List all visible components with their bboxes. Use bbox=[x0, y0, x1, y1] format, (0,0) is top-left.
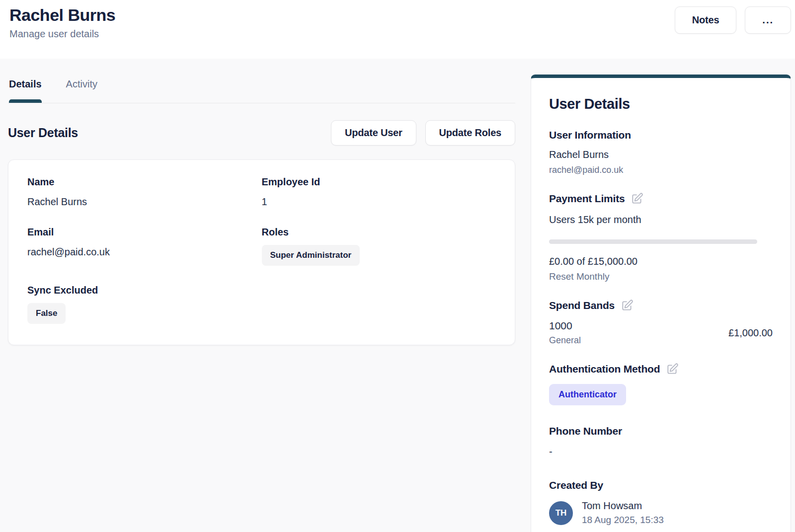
payment-limits-heading: Payment Limits bbox=[549, 193, 625, 205]
authentication-heading: Authentication Method bbox=[549, 363, 660, 375]
field-employee-id: Employee Id 1 bbox=[262, 176, 496, 208]
spend-bands-section: Spend Bands 1000 General £1,000.00 bbox=[549, 299, 773, 346]
user-information-name: Rachel Burns bbox=[549, 149, 773, 160]
payment-usage-text: £0.00 of £15,000.00 bbox=[549, 256, 773, 267]
field-sync-excluded: Sync Excluded False bbox=[27, 285, 262, 324]
avatar: TH bbox=[549, 501, 573, 525]
page-header: Rachel Burns Manage user details Notes .… bbox=[0, 0, 795, 59]
created-by-heading: Created By bbox=[549, 479, 773, 491]
field-employee-id-label: Employee Id bbox=[262, 176, 496, 188]
role-badge: Super Administrator bbox=[262, 245, 360, 266]
field-sync-excluded-label: Sync Excluded bbox=[27, 285, 262, 296]
payment-limit-text: Users 15k per month bbox=[549, 214, 773, 226]
payment-progress-bar bbox=[549, 239, 757, 244]
panel-title: User Details bbox=[549, 96, 773, 112]
sync-excluded-badge: False bbox=[27, 303, 66, 324]
payment-limits-heading-row: Payment Limits bbox=[549, 192, 773, 205]
edit-spend-bands-icon[interactable] bbox=[621, 299, 634, 312]
tab-details[interactable]: Details bbox=[9, 78, 42, 103]
edit-payment-limits-icon[interactable] bbox=[631, 192, 643, 205]
field-email-label: Email bbox=[27, 227, 262, 238]
field-grid: Name Rachel Burns Employee Id 1 Email ra… bbox=[27, 176, 496, 324]
created-by-section: Created By TH Tom Howsam 18 Aug 2025, 15… bbox=[549, 479, 773, 526]
notes-button[interactable]: Notes bbox=[675, 6, 737, 34]
section-title: User Details bbox=[8, 126, 78, 140]
section-actions: Update User Update Roles bbox=[331, 120, 515, 146]
field-name-label: Name bbox=[27, 176, 262, 188]
page-subtitle: Manage user details bbox=[9, 28, 791, 40]
spend-band-info: 1000 General bbox=[549, 320, 581, 346]
spend-bands-heading-row: Spend Bands bbox=[549, 299, 773, 312]
edit-authentication-icon[interactable] bbox=[666, 363, 679, 376]
main-column: Details Activity User Details Update Use… bbox=[8, 59, 515, 532]
payment-reset-text: Reset Monthly bbox=[549, 271, 773, 282]
user-information-section: User Information Rachel Burns rachel@pai… bbox=[549, 129, 773, 175]
section-head: User Details Update User Update Roles bbox=[8, 120, 515, 146]
field-roles: Roles Super Administrator bbox=[262, 227, 496, 266]
more-options-button[interactable]: ... bbox=[745, 6, 791, 34]
phone-section: Phone Number - bbox=[549, 425, 773, 457]
page-title: Rachel Burns bbox=[9, 5, 791, 25]
field-name: Name Rachel Burns bbox=[27, 176, 262, 208]
user-details-panel: User Details User Information Rachel Bur… bbox=[531, 75, 791, 532]
created-by-info: Tom Howsam 18 Aug 2025, 15:33 bbox=[582, 500, 664, 526]
field-roles-label: Roles bbox=[262, 227, 496, 238]
header-actions: Notes ... bbox=[675, 6, 791, 34]
field-email: Email rachel@paid.co.uk bbox=[27, 227, 262, 266]
created-by-name: Tom Howsam bbox=[582, 500, 664, 512]
spend-band-category: General bbox=[549, 335, 581, 346]
spend-band-amount: £1,000.00 bbox=[728, 327, 773, 339]
field-employee-id-value: 1 bbox=[262, 196, 496, 208]
update-roles-button[interactable]: Update Roles bbox=[425, 120, 515, 146]
field-name-value: Rachel Burns bbox=[27, 196, 262, 208]
field-email-value: rachel@paid.co.uk bbox=[27, 246, 262, 258]
spend-band-row: 1000 General £1,000.00 bbox=[549, 320, 773, 346]
user-details-card: Name Rachel Burns Employee Id 1 Email ra… bbox=[8, 159, 515, 345]
authentication-section: Authentication Method Authenticator bbox=[549, 363, 773, 405]
spend-bands-heading: Spend Bands bbox=[549, 300, 615, 311]
authentication-heading-row: Authentication Method bbox=[549, 363, 773, 376]
phone-heading: Phone Number bbox=[549, 425, 773, 437]
created-by-timestamp: 18 Aug 2025, 15:33 bbox=[582, 515, 664, 526]
user-information-heading: User Information bbox=[549, 129, 773, 141]
content-area: Details Activity User Details Update Use… bbox=[0, 59, 795, 532]
user-information-email: rachel@paid.co.uk bbox=[549, 165, 773, 175]
update-user-button[interactable]: Update User bbox=[331, 120, 416, 146]
tab-strip: Details Activity bbox=[8, 78, 515, 103]
tab-activity[interactable]: Activity bbox=[66, 78, 97, 103]
payment-limits-section: Payment Limits Users 15k per month £0.00… bbox=[549, 192, 773, 282]
phone-value: - bbox=[549, 446, 773, 457]
spend-band-name: 1000 bbox=[549, 320, 581, 332]
created-by-row: TH Tom Howsam 18 Aug 2025, 15:33 bbox=[549, 500, 773, 526]
authenticator-badge: Authenticator bbox=[549, 384, 626, 405]
